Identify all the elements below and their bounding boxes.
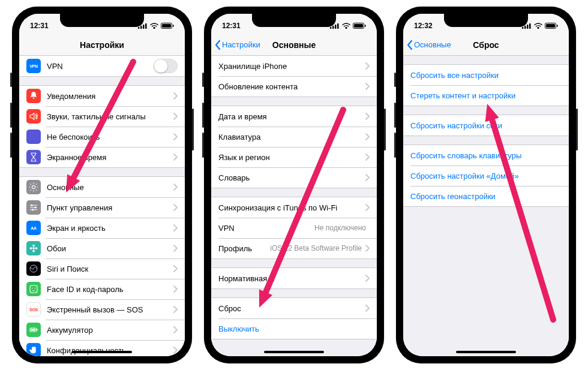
settings-row[interactable]: ПрофильiOS 12 Beta Software Profile [211, 238, 377, 258]
settings-row[interactable]: Обои [19, 238, 185, 258]
settings-row[interactable]: Клавиатура [211, 127, 377, 147]
row-value: iOS 12 Beta Software Profile [270, 244, 362, 252]
settings-row[interactable]: Конфиденциальность [19, 340, 185, 356]
chevron-right-icon [365, 62, 370, 70]
svg-rect-31 [365, 25, 366, 27]
wifi-icon [342, 23, 350, 29]
home-indicator[interactable] [72, 351, 132, 353]
settings-row[interactable]: Язык и регион [211, 147, 377, 167]
settings-group: СбросВыключить [211, 297, 377, 339]
settings-row[interactable]: AAЭкран и яркость [19, 218, 185, 238]
phone-2: 12:31НастройкиОсновныеХранилище iPhoneОб… [204, 7, 384, 363]
row-label: VPN [218, 224, 314, 233]
chevron-right-icon [173, 92, 178, 100]
chevron-right-icon [173, 113, 178, 120]
row-label: Сбросить геонастройки [410, 192, 562, 201]
battery-icon [545, 23, 558, 29]
display-icon: AA [26, 221, 41, 235]
svg-rect-0 [138, 27, 140, 29]
settings-row[interactable]: Сбросить все настройки [403, 65, 569, 85]
content[interactable]: VPNVPNУведомленияЗвуки, тактильные сигна… [19, 56, 185, 356]
content[interactable]: Сбросить все настройкиСтереть контент и … [403, 56, 569, 356]
nav-title: Сброс [473, 40, 499, 50]
power-button [576, 109, 578, 151]
nav-title: Основные [272, 40, 316, 50]
volume-down-button [10, 133, 12, 158]
svg-rect-6 [173, 25, 174, 27]
settings-row[interactable]: Сброс [211, 298, 377, 318]
status-time: 12:31 [222, 22, 241, 30]
back-button[interactable]: Основные [407, 40, 451, 50]
settings-row[interactable]: SOSЭкстренный вызов — SOS [19, 299, 185, 320]
nav-bar: Настройки [19, 34, 185, 56]
settings-row[interactable]: Не беспокоить [19, 127, 185, 147]
home-indicator[interactable] [264, 351, 324, 353]
svg-point-19 [35, 288, 36, 289]
content[interactable]: Хранилище iPhoneОбновление контентаДата … [211, 56, 377, 356]
settings-row[interactable]: Хранилище iPhone [211, 56, 377, 76]
notch [444, 14, 528, 27]
settings-row[interactable]: Сбросить настройки сети [403, 115, 569, 136]
svg-rect-21 [37, 329, 38, 331]
toggle-switch[interactable] [154, 59, 178, 73]
back-button[interactable]: Настройки [215, 40, 260, 50]
settings-row[interactable]: Обновление контента [211, 76, 377, 97]
settings-row[interactable]: Siri и Поиск [19, 258, 185, 279]
svg-rect-27 [335, 25, 337, 29]
settings-row[interactable]: Основные [19, 177, 185, 197]
settings-row[interactable]: Face ID и код-пароль [19, 279, 185, 299]
screentime-icon [26, 150, 41, 164]
notch [60, 14, 144, 27]
settings-row[interactable]: Выключить [211, 318, 377, 339]
settings-row[interactable]: Дата и время [211, 106, 377, 127]
volume-up-button [202, 103, 204, 128]
settings-row[interactable]: Нормативная… [211, 268, 377, 288]
settings-row[interactable]: VPNVPN [19, 56, 185, 76]
settings-row[interactable]: Пункт управления [19, 197, 185, 218]
settings-group: Сбросить настройки сети [403, 115, 569, 136]
settings-row[interactable]: Сбросить словарь клавиатуры [403, 145, 569, 166]
home-indicator[interactable] [456, 351, 516, 353]
dnd-icon [26, 130, 41, 144]
phone-1: 12:31НастройкиVPNVPNУведомленияЗвуки, та… [12, 7, 192, 363]
settings-row[interactable]: Синхронизация с iTunes по Wi-Fi [211, 197, 377, 218]
settings-row[interactable]: VPNНе подключено [211, 218, 377, 238]
settings-row[interactable]: Звуки, тактильные сигналы [19, 106, 185, 127]
row-label: Не беспокоить [47, 133, 173, 142]
svg-rect-26 [332, 26, 334, 29]
settings-row[interactable]: Аккумулятор [19, 320, 185, 340]
volume-down-button [202, 133, 204, 158]
row-label: Уведомления [47, 92, 173, 101]
row-value: Не подключено [314, 224, 366, 232]
nav-title: Настройки [80, 40, 124, 50]
chevron-right-icon [173, 245, 178, 252]
svg-point-10 [32, 209, 34, 210]
settings-row[interactable]: Сбросить геонастройки [403, 186, 569, 206]
settings-row[interactable]: Стереть контент и настройки [403, 85, 569, 106]
settings-row[interactable]: Уведомления [19, 86, 185, 106]
chevron-right-icon [365, 113, 370, 120]
chevron-right-icon [173, 154, 178, 161]
chevron-right-icon [365, 83, 370, 90]
mute-switch [202, 73, 204, 87]
wallpaper-icon [26, 241, 41, 255]
settings-row[interactable]: Сбросить настройки «Домой» [403, 166, 569, 186]
vpn-icon: VPN [26, 59, 41, 73]
control-icon [26, 200, 41, 215]
row-label: Siri и Поиск [47, 264, 173, 273]
wifi-icon [150, 23, 158, 29]
chevron-left-icon [407, 40, 413, 50]
chevron-right-icon [173, 204, 178, 211]
row-label: Нормативная… [218, 274, 365, 283]
row-label: Синхронизация с iTunes по Wi-Fi [218, 203, 365, 212]
status-time: 12:32 [414, 22, 433, 30]
svg-rect-25 [330, 27, 332, 29]
settings-group: ОсновныеПункт управленияAAЭкран и яркост… [19, 176, 185, 356]
faceid-icon [26, 282, 41, 296]
row-label: Конфиденциальность [47, 346, 173, 355]
settings-row[interactable]: Словарь [211, 167, 377, 188]
row-label: Экран и яркость [47, 224, 173, 233]
chevron-right-icon [173, 285, 178, 293]
siri-icon [26, 261, 41, 276]
settings-row[interactable]: Экранное время [19, 147, 185, 167]
